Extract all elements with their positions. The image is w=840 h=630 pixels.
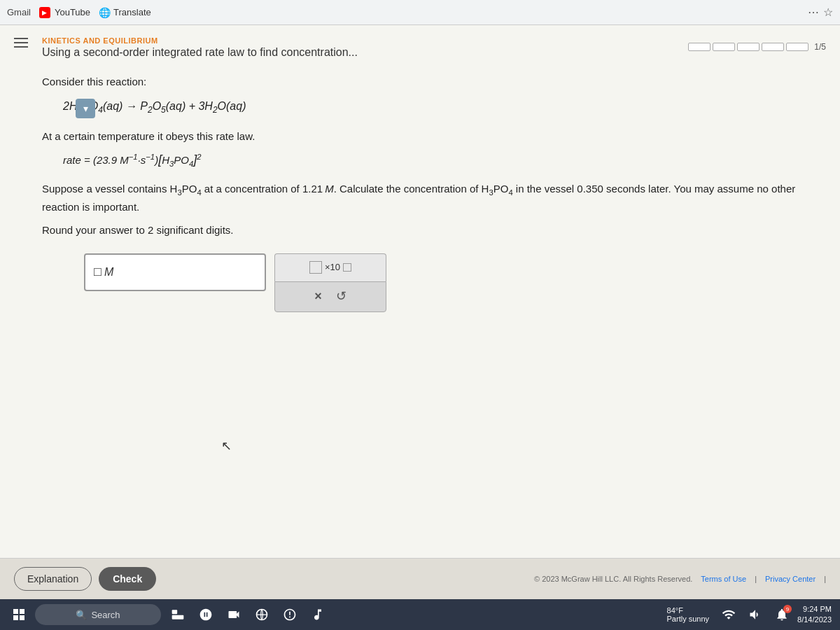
search-icon-taskbar: 🔍 — [76, 610, 87, 620]
svg-rect-0 — [172, 610, 178, 614]
header-left: KINETICS AND EQUILIBRIUM Using a second-… — [42, 36, 358, 59]
problem-title: Using a second-order integrated rate law… — [42, 46, 358, 59]
translate-tab[interactable]: 🌐 Translate — [99, 7, 151, 18]
progress-seg-5 — [786, 43, 808, 51]
notation-x10-label: ×10 — [325, 260, 340, 275]
rate-formula: rate = (23.9 M−1·s−1)[H3PO4]2 — [63, 154, 201, 166]
clock-time: 9:24 PM — [797, 604, 832, 615]
edge-icon — [199, 608, 213, 622]
notation-top: ×10 — [274, 253, 386, 281]
progress-seg-3 — [737, 43, 760, 51]
windows-logo — [13, 609, 24, 620]
taskbar-music[interactable] — [307, 603, 329, 626]
star-icon[interactable]: ☆ — [823, 6, 833, 19]
volume-icon — [748, 608, 762, 622]
input-area: □ M ×10 × ↺ — [84, 253, 798, 312]
camera-icon — [227, 608, 241, 622]
x-button[interactable]: × — [314, 286, 322, 307]
consider-text: Consider this reaction: — [42, 73, 798, 91]
problem-body: Consider this reaction: 2H3PO4(aq) → P2O… — [0, 66, 840, 558]
main-content: KINETICS AND EQUILIBRIUM Using a second-… — [0, 25, 840, 599]
taskbar-browser2[interactable] — [251, 603, 273, 626]
settings-icon — [283, 608, 297, 622]
taskbar-search-label: Search — [91, 610, 120, 620]
notation-top-inner: ×10 — [309, 260, 351, 275]
tray-notification-icon[interactable]: 9 — [771, 603, 793, 626]
copyright-text: © 2023 McGraw Hill LLC. All Rights Reser… — [534, 575, 692, 583]
taskbar-clock[interactable]: 9:24 PM 8/14/2023 — [797, 604, 832, 626]
section-label: KINETICS AND EQUILIBRIUM — [42, 36, 358, 45]
tray-volume-icon[interactable] — [744, 603, 766, 626]
wifi-icon — [722, 608, 736, 622]
youtube-icon: ▶ — [39, 7, 50, 18]
translate-icon: 🌐 — [99, 7, 111, 18]
problem-container: KINETICS AND EQUILIBRIUM Using a second-… — [0, 25, 840, 599]
translate-label: Translate — [113, 7, 151, 18]
extensions-icon[interactable]: ⋯ — [808, 6, 819, 19]
clock-date: 8/14/2023 — [797, 615, 832, 625]
divider2: | — [824, 575, 826, 583]
refresh-button[interactable]: ↺ — [336, 286, 346, 307]
music-icon — [311, 608, 325, 622]
browser-nav-icons: ⋯ ☆ — [808, 6, 833, 19]
rate-law: rate = (23.9 M−1·s−1)[H3PO4]2 — [63, 150, 798, 171]
youtube-label: YouTube — [55, 7, 90, 18]
progress-seg-4 — [762, 43, 784, 51]
notification-count: 9 — [783, 605, 792, 613]
weather-temp: 84°F — [667, 606, 683, 615]
tray-network-icon[interactable] — [718, 603, 740, 626]
youtube-tab[interactable]: ▶ YouTube — [39, 7, 90, 18]
answer-input-box[interactable]: □ M — [84, 253, 266, 291]
input-cursor: □ — [94, 261, 102, 283]
gmail-tab[interactable]: Gmail — [7, 7, 31, 18]
taskbar-edge[interactable] — [195, 603, 217, 626]
file-explorer-icon — [171, 608, 185, 622]
expand-button[interactable] — [76, 99, 95, 118]
hamburger-menu[interactable] — [14, 38, 28, 48]
problem-header: KINETICS AND EQUILIBRIUM Using a second-… — [0, 25, 840, 66]
unit-label-inside: M — [104, 262, 113, 281]
notation-box — [309, 261, 322, 274]
weather-condition: Partly sunny — [667, 615, 710, 623]
browser2-icon — [255, 608, 269, 622]
start-button[interactable] — [8, 604, 29, 625]
notation-bottom: × ↺ — [274, 281, 386, 312]
check-button[interactable]: Check — [99, 567, 156, 591]
taskbar-camera[interactable] — [223, 603, 245, 626]
bottom-left-buttons: Explanation Check — [14, 567, 156, 591]
divider: | — [755, 575, 757, 583]
copyright-area: © 2023 McGraw Hill LLC. All Rights Reser… — [534, 575, 826, 583]
reaction-equation: 2H3PO4(aq) → P2O5(aq) + 3H2O(aq) — [63, 97, 798, 118]
weather-widget: 84°F Partly sunny — [667, 606, 710, 623]
suppose-text: Suppose a vessel contains H3PO4 at a con… — [42, 181, 798, 216]
progress-text: 1/5 — [814, 42, 826, 52]
rate-intro-text: At a certain temperature it obeys this r… — [42, 128, 798, 145]
taskbar-file-explorer[interactable] — [167, 603, 189, 626]
progress-bar-container: 1/5 — [688, 42, 826, 52]
explanation-button[interactable]: Explanation — [14, 567, 92, 591]
taskbar-search[interactable]: 🔍 Search — [35, 604, 161, 625]
taskbar: 🔍 Search 84°F Partly sunny — [0, 599, 840, 630]
terms-link[interactable]: Terms of Use — [701, 575, 746, 583]
svg-rect-1 — [172, 615, 184, 620]
round-text: Round your answer to 2 significant digit… — [42, 221, 798, 239]
bottom-bar: Explanation Check © 2023 McGraw Hill LLC… — [0, 558, 840, 599]
system-tray: 84°F Partly sunny 9 9:24 PM 8/14/2023 — [667, 603, 832, 626]
notation-exponent-box — [343, 263, 351, 272]
notation-panel: ×10 × ↺ — [274, 253, 386, 312]
taskbar-settings[interactable] — [279, 603, 301, 626]
privacy-link[interactable]: Privacy Center — [765, 575, 816, 583]
progress-seg-1 — [688, 43, 710, 51]
progress-segments — [688, 43, 808, 51]
progress-seg-2 — [713, 43, 735, 51]
browser-bar: Gmail ▶ YouTube 🌐 Translate ⋯ ☆ — [0, 0, 840, 25]
